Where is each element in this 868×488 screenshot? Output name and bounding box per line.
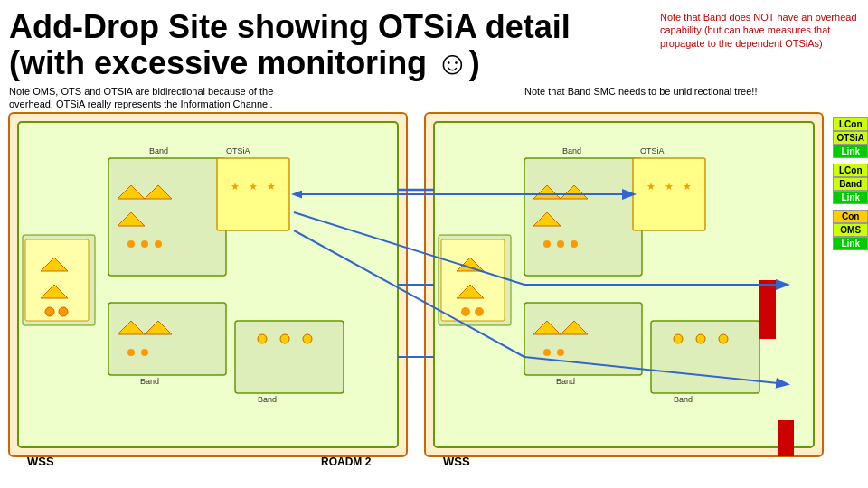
svg-point-27 [258, 334, 267, 343]
svg-text:★: ★ [646, 181, 656, 192]
svg-text:★: ★ [665, 181, 674, 192]
title-line1: Add-Drop Site showing OTSiA detail [9, 8, 571, 45]
svg-point-59 [674, 334, 683, 343]
svg-point-60 [696, 334, 705, 343]
svg-text:★: ★ [249, 181, 258, 192]
header: Add-Drop Site showing OTSiA detail (with… [0, 0, 868, 85]
title-block: Add-Drop Site showing OTSiA detail (with… [9, 9, 651, 80]
svg-text:OTSiA: OTSiA [226, 146, 250, 155]
svg-rect-11 [217, 158, 289, 230]
svg-point-39 [461, 307, 470, 316]
svg-point-61 [719, 334, 728, 343]
svg-text:Band: Band [149, 146, 168, 155]
main-title: Add-Drop Site showing OTSiA detail (with… [9, 9, 651, 80]
svg-text:Band: Band [562, 146, 581, 155]
svg-text:WSS: WSS [443, 455, 470, 468]
svg-rect-25 [235, 321, 344, 393]
svg-rect-64 [778, 420, 794, 456]
svg-point-50 [571, 240, 578, 248]
title-line2: (with excessive monitoring ☺) [9, 44, 480, 81]
svg-rect-36 [441, 239, 505, 321]
svg-rect-51 [524, 303, 642, 375]
svg-text:OTSiA: OTSiA [640, 146, 665, 155]
svg-point-48 [543, 240, 551, 248]
svg-text:★: ★ [267, 181, 276, 192]
svg-rect-63 [760, 280, 776, 339]
svg-point-16 [127, 240, 135, 248]
main-diagram: OMS Band OTSiA Band Band [0, 104, 850, 483]
svg-point-8 [59, 307, 68, 316]
svg-point-17 [141, 240, 148, 248]
svg-text:Band: Band [556, 377, 575, 386]
svg-text:Band: Band [140, 377, 159, 386]
svg-point-55 [543, 349, 551, 356]
svg-point-29 [303, 334, 312, 343]
svg-rect-57 [651, 321, 760, 393]
svg-point-23 [127, 349, 135, 356]
page-container: Add-Drop Site showing OTSiA detail (with… [0, 0, 868, 488]
svg-text:★: ★ [231, 181, 240, 192]
svg-rect-4 [25, 239, 89, 321]
svg-text:★: ★ [683, 181, 692, 192]
svg-rect-43 [633, 158, 705, 230]
svg-point-7 [45, 307, 54, 316]
svg-point-28 [280, 334, 289, 343]
svg-point-49 [557, 240, 564, 248]
svg-point-56 [557, 349, 564, 356]
svg-point-40 [475, 307, 484, 316]
svg-text:Band: Band [674, 395, 693, 404]
svg-rect-19 [108, 303, 226, 375]
svg-point-18 [155, 240, 162, 248]
svg-text:Band: Band [258, 395, 277, 404]
note-box: Note that Band does NOT have an overhead… [660, 9, 859, 50]
svg-text:WSS: WSS [27, 455, 54, 468]
svg-text:ROADM 2: ROADM 2 [321, 455, 372, 468]
svg-point-24 [141, 349, 148, 356]
note-text: Note that Band does NOT have an overhead… [660, 12, 857, 49]
